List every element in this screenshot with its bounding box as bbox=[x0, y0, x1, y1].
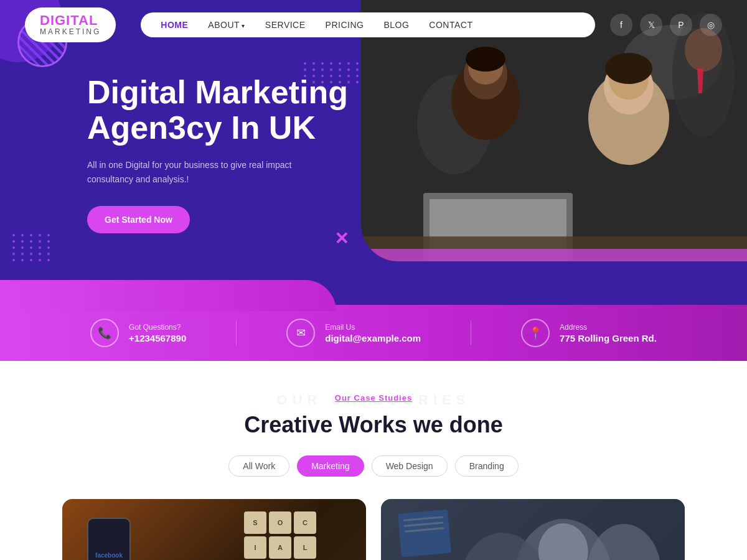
nav-contact[interactable]: CONTACT bbox=[429, 20, 472, 30]
filter-branding[interactable]: Branding bbox=[455, 455, 519, 477]
nav-about[interactable]: ABOUT bbox=[208, 20, 245, 30]
nav-links: HOME ABOUT SERVICE PRICING BLOG CONTACT bbox=[141, 12, 595, 37]
svg-rect-17 bbox=[361, 249, 747, 261]
cards-grid: facebook SOC IAL MED IA WEB DESIGN Tips … bbox=[62, 499, 685, 560]
email-info: Email Us digital@example.com bbox=[325, 323, 421, 343]
divider-2 bbox=[471, 320, 471, 345]
twitter-icon[interactable]: 𝕏 bbox=[640, 14, 662, 36]
section-title: Creative Works we done bbox=[62, 412, 685, 438]
pinterest-icon[interactable]: P bbox=[670, 14, 692, 36]
case-studies-section: ❯ ❯ ❯ ❯ ❯ .scroll-arrows { transform: ro… bbox=[0, 361, 747, 560]
facebook-icon[interactable]: f bbox=[610, 14, 632, 36]
instagram-icon[interactable]: ◎ bbox=[700, 14, 722, 36]
dots-decoration-bottom bbox=[12, 234, 52, 261]
map-pin-icon: 📍 bbox=[529, 326, 542, 340]
email-label: Email Us bbox=[325, 323, 421, 332]
svg-point-10 bbox=[605, 53, 652, 84]
svg-point-6 bbox=[466, 47, 505, 72]
logo-digital: DIGITAL bbox=[40, 14, 101, 27]
section-eyebrow: OUR CATEGORIES Our Case Studies bbox=[62, 392, 685, 407]
email-icon-wrap: ✉ bbox=[286, 319, 315, 347]
email-icon: ✉ bbox=[296, 326, 306, 340]
phone-icon-wrap: 📞 bbox=[90, 319, 119, 347]
nav-pricing[interactable]: PRICING bbox=[326, 20, 364, 30]
hero-title: Digital Marketing Agen3cy In UK bbox=[87, 75, 355, 146]
nav-blog[interactable]: BLOG bbox=[383, 20, 409, 30]
hero-subtitle: All in one Digital for your business to … bbox=[87, 158, 311, 186]
filter-tabs: All Work Marketing Web Design Branding bbox=[62, 455, 685, 477]
social-icons: f 𝕏 P ◎ bbox=[610, 14, 722, 36]
filter-marketing[interactable]: Marketing bbox=[297, 455, 364, 477]
filter-web-design[interactable]: Web Design bbox=[372, 455, 448, 477]
filter-all-work[interactable]: All Work bbox=[228, 455, 289, 477]
navbar: DIGITAL MARKETING HOME ABOUT SERVICE PRI… bbox=[0, 0, 747, 50]
eyebrow-foreground-text: Our Case Studies bbox=[335, 393, 412, 403]
address-value: 775 Rolling Green Rd. bbox=[560, 333, 657, 343]
case-card-1[interactable]: facebook SOC IAL MED IA WEB DESIGN Tips … bbox=[62, 499, 366, 560]
hero-cta-button[interactable]: Get Started Now bbox=[87, 206, 190, 233]
phone-label: Got Questions? bbox=[129, 323, 186, 332]
hero-content: Digital Marketing Agen3cy In UK All in o… bbox=[87, 75, 355, 233]
contact-email: ✉ Email Us digital@example.com bbox=[286, 319, 421, 347]
nav-home[interactable]: HOME bbox=[161, 20, 188, 30]
address-info: Address 775 Rolling Green Rd. bbox=[560, 323, 657, 343]
case-card-2[interactable]: WEB DESIGN Online Media Management View … bbox=[381, 499, 685, 560]
contact-bar: 📞 Got Questions? +1234567890 ✉ Email Us … bbox=[0, 305, 747, 361]
scrabble-tiles: SOC IAL MED IA bbox=[244, 511, 316, 560]
address-label: Address bbox=[560, 323, 657, 332]
card-2-bg bbox=[381, 499, 685, 560]
phone-value[interactable]: +1234567890 bbox=[129, 333, 186, 343]
logo[interactable]: DIGITAL MARKETING bbox=[25, 7, 116, 42]
card-1-bg: facebook SOC IAL MED IA bbox=[62, 499, 366, 560]
nav-service[interactable]: SERVICE bbox=[265, 20, 306, 30]
contact-address: 📍 Address 775 Rolling Green Rd. bbox=[521, 319, 657, 347]
phone-icon: 📞 bbox=[98, 326, 111, 340]
logo-marketing: MARKETING bbox=[40, 27, 101, 36]
address-icon-wrap: 📍 bbox=[521, 319, 550, 347]
contact-phone: 📞 Got Questions? +1234567890 bbox=[90, 319, 186, 347]
phone-mockup: facebook bbox=[87, 518, 131, 560]
email-value[interactable]: digital@example.com bbox=[325, 333, 421, 343]
phone-info: Got Questions? +1234567890 bbox=[129, 323, 186, 343]
divider-1 bbox=[236, 320, 237, 345]
